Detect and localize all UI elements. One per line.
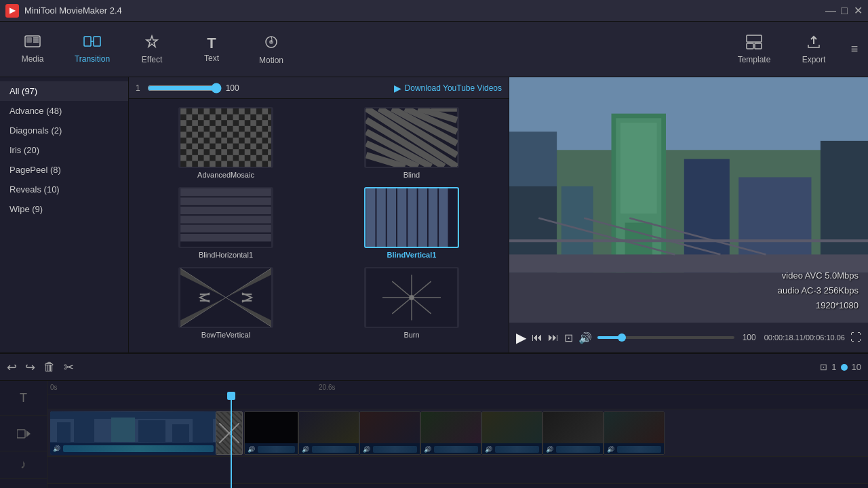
other-audio-wave-6 bbox=[556, 446, 600, 453]
download-link[interactable]: ▶ Download YouTube Videos bbox=[394, 83, 502, 94]
delete-button[interactable]: 🗑 bbox=[43, 360, 56, 374]
transition-burn-thumb bbox=[364, 267, 459, 328]
svg-rect-12 bbox=[755, 43, 762, 49]
toolbar-item-transition[interactable]: Transition bbox=[62, 25, 122, 74]
other-clip-dark[interactable]: 🔊 bbox=[244, 411, 298, 455]
close-button[interactable]: ✕ bbox=[853, 6, 863, 16]
timeline-content: 0s 20.6s bbox=[47, 381, 868, 488]
other-clip-audio-2: 🔊 bbox=[299, 443, 359, 455]
volume-button[interactable]: 🔊 bbox=[578, 331, 592, 344]
video-track-icon bbox=[0, 416, 47, 451]
timeline-toolbar: ↩ ↪ 🗑 ✂ ⊡ 1 10 bbox=[0, 354, 868, 381]
other-audio-wave-4 bbox=[434, 446, 478, 453]
main-video-clip[interactable]: 🔊 bbox=[50, 411, 216, 455]
undo-button[interactable]: ↩ bbox=[7, 360, 17, 375]
svg-rect-71 bbox=[509, 131, 557, 186]
play-button[interactable]: ▶ bbox=[516, 329, 526, 346]
fullscreen-button[interactable]: ⛶ bbox=[850, 331, 861, 344]
transition-blind[interactable]: Blind bbox=[323, 107, 500, 179]
sidebar-item-diagonals[interactable]: Diagonals (2) bbox=[0, 121, 128, 140]
other-clip-audio-5: 🔊 bbox=[482, 443, 542, 455]
menu-button[interactable]: ≡ bbox=[844, 39, 865, 60]
opacity-slider[interactable] bbox=[147, 83, 222, 94]
maximize-button[interactable]: □ bbox=[840, 6, 849, 16]
ruler-mark-0s: 0s bbox=[50, 384, 58, 391]
rewind-button[interactable]: ⏮ bbox=[532, 331, 542, 344]
redo-button[interactable]: ↪ bbox=[25, 360, 35, 375]
toolbar: Media Transition Effect T Text Motion Te… bbox=[0, 22, 868, 77]
timeline-ruler: 0s 20.6s bbox=[47, 381, 868, 394]
fast-forward-button[interactable]: ⏭ bbox=[548, 331, 559, 344]
svg-rect-87 bbox=[17, 430, 25, 438]
svg-rect-33 bbox=[180, 207, 271, 214]
toolbar-item-effect[interactable]: Effect bbox=[122, 25, 182, 74]
transition-blind-vertical-thumb bbox=[364, 187, 459, 248]
other-clip-audio-6: 🔊 bbox=[543, 443, 603, 455]
transition-burn[interactable]: Burn bbox=[323, 267, 500, 339]
toolbar-item-motion[interactable]: Motion bbox=[241, 25, 301, 74]
other-clip-4[interactable]: 🔊 bbox=[420, 411, 481, 455]
window-controls: — □ ✕ bbox=[826, 6, 863, 16]
transition-blind-horizontal[interactable]: BlindHorizontal1 bbox=[137, 187, 315, 259]
split-button[interactable]: ✂ bbox=[64, 360, 74, 375]
other-clip-7[interactable]: 🔊 bbox=[604, 411, 665, 455]
svg-rect-18 bbox=[180, 108, 271, 167]
transition-bowtie-vertical-thumb bbox=[178, 267, 273, 328]
svg-marker-88 bbox=[26, 430, 31, 437]
preview-time: 00:00:18.11/00:06:10.06 bbox=[764, 333, 845, 342]
clip-audio: 🔊 bbox=[50, 443, 216, 455]
crop-button[interactable]: ⊡ bbox=[564, 331, 573, 344]
transition-number: 1 bbox=[136, 83, 140, 93]
svg-point-66 bbox=[409, 295, 414, 300]
toolbar-media-label: Media bbox=[22, 54, 44, 64]
sidebar-item-pagepeel[interactable]: PagePeel (8) bbox=[0, 160, 128, 180]
toolbar-item-template[interactable]: Template bbox=[724, 25, 784, 74]
svg-rect-96 bbox=[193, 419, 213, 442]
toolbar-export-label: Export bbox=[802, 55, 826, 64]
youtube-icon: ▶ bbox=[394, 83, 401, 94]
other-clip-audio-4: 🔊 bbox=[421, 443, 481, 455]
transition-blind-vertical[interactable]: BlindVertical1 bbox=[323, 187, 500, 259]
transition-blind-horizontal-label: BlindHorizontal1 bbox=[199, 251, 253, 259]
sidebar-item-all[interactable]: All (97) bbox=[0, 81, 128, 101]
toolbar-item-text[interactable]: T Text bbox=[182, 25, 241, 74]
svg-rect-10 bbox=[747, 35, 762, 42]
transition-bowtie-vertical[interactable]: BowTieVertical bbox=[137, 267, 315, 339]
toolbar-item-export[interactable]: Export bbox=[784, 25, 844, 74]
toolbar-text-label: Text bbox=[204, 54, 219, 63]
other-clip-6[interactable]: 🔊 bbox=[542, 411, 604, 455]
sidebar: All (97) Advance (48) Diagonals (2) Iris… bbox=[0, 77, 129, 352]
toolbar-template-label: Template bbox=[738, 55, 771, 64]
transition-advanced-mosaic-thumb bbox=[178, 107, 273, 168]
sidebar-item-reveals[interactable]: Reveals (10) bbox=[0, 180, 128, 199]
music-track bbox=[47, 457, 868, 484]
minimize-button[interactable]: — bbox=[826, 6, 835, 16]
effect-icon bbox=[144, 35, 159, 52]
svg-rect-32 bbox=[180, 197, 271, 205]
other-clip-5[interactable]: 🔊 bbox=[481, 411, 542, 455]
svg-rect-45 bbox=[439, 188, 448, 247]
svg-rect-5 bbox=[84, 37, 91, 46]
playhead[interactable] bbox=[231, 394, 232, 488]
sidebar-item-wipe[interactable]: Wipe (9) bbox=[0, 199, 128, 219]
svg-rect-38 bbox=[366, 188, 375, 247]
other-audio-wave-2 bbox=[312, 446, 356, 453]
transition-marker[interactable] bbox=[216, 411, 243, 455]
sidebar-item-advance[interactable]: Advance (48) bbox=[0, 101, 128, 121]
timeline: ↩ ↪ 🗑 ✂ ⊡ 1 10 T ♪ 0s 20.6s bbox=[0, 352, 868, 488]
transition-advanced-mosaic[interactable]: AdvancedMosaic bbox=[137, 107, 315, 179]
video-track: 🔊 bbox=[47, 409, 868, 457]
toolbar-item-media[interactable]: Media bbox=[3, 25, 62, 74]
svg-rect-95 bbox=[172, 424, 189, 442]
other-audio-wave-7 bbox=[617, 446, 661, 453]
svg-rect-41 bbox=[397, 188, 406, 247]
svg-rect-6 bbox=[94, 37, 100, 46]
titlebar: ▶ MiniTool MovieMaker 2.4 — □ ✕ bbox=[0, 0, 868, 22]
progress-bar[interactable] bbox=[597, 336, 734, 339]
preview-controls: ▶ ⏮ ⏭ ⊡ 🔊 100 00:00:18.11/00:06:10.06 ⛶ bbox=[509, 323, 868, 352]
other-clip-3[interactable]: 🔊 bbox=[359, 411, 420, 455]
svg-rect-35 bbox=[180, 225, 271, 232]
sidebar-item-iris[interactable]: Iris (20) bbox=[0, 140, 128, 160]
app-icon: ▶ bbox=[5, 4, 19, 18]
other-clip-2[interactable]: 🔊 bbox=[298, 411, 359, 455]
